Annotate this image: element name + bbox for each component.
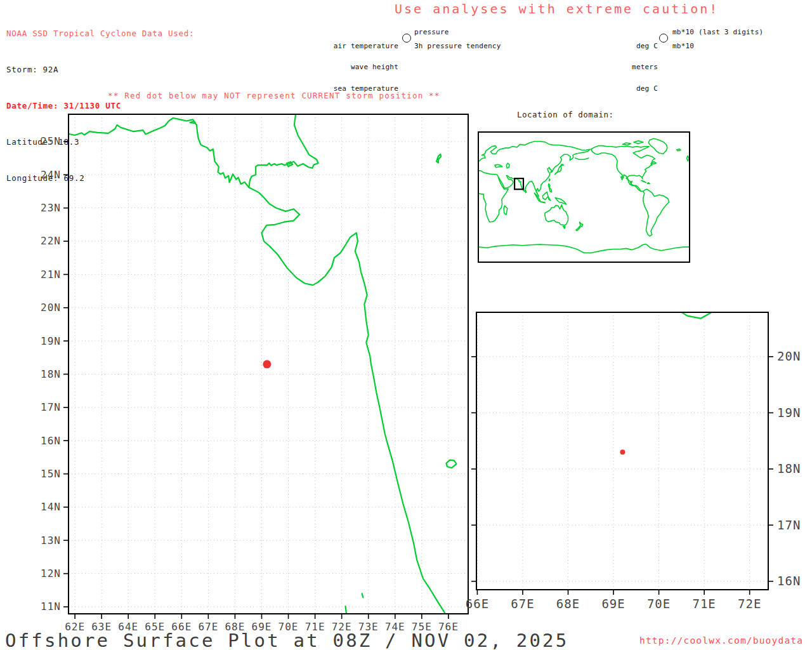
svg-text:67E: 67E xyxy=(511,597,534,611)
svg-text:18N: 18N xyxy=(777,461,801,475)
svg-text:68E: 68E xyxy=(556,597,580,611)
svg-text:72E: 72E xyxy=(738,597,761,611)
svg-text:12N: 12N xyxy=(41,567,61,580)
svg-text:66E: 66E xyxy=(466,597,489,611)
zoom-tick-labels: 66E67E68E69E70E71E72E20N19N18N17N16N xyxy=(466,349,801,611)
svg-text:15N: 15N xyxy=(41,468,61,480)
main-coastlines xyxy=(69,113,457,613)
svg-text:23N: 23N xyxy=(41,202,61,214)
svg-text:18N: 18N xyxy=(41,368,61,380)
maps-canvas: 62E63E64E65E66E67E68E69E70E71E72E73E74E7… xyxy=(0,0,812,650)
world-coastlines xyxy=(478,138,690,253)
zoom-coastlines xyxy=(285,28,812,650)
main-tick-labels: 62E63E64E65E66E67E68E69E70E71E72E73E74E7… xyxy=(41,135,459,633)
svg-text:71E: 71E xyxy=(692,597,716,611)
svg-text:19N: 19N xyxy=(777,406,801,420)
svg-text:69E: 69E xyxy=(601,597,625,611)
svg-text:19N: 19N xyxy=(41,335,61,347)
svg-text:24N: 24N xyxy=(41,169,61,181)
svg-text:22N: 22N xyxy=(41,235,61,247)
svg-text:11N: 11N xyxy=(41,600,61,613)
main-tick-marks xyxy=(63,142,449,619)
svg-text:70E: 70E xyxy=(647,597,671,611)
svg-text:17N: 17N xyxy=(41,401,61,413)
svg-text:25N: 25N xyxy=(41,135,61,147)
source-url: http://coolwx.com/buoydata xyxy=(639,635,803,646)
svg-text:21N: 21N xyxy=(41,269,61,281)
main-map: 62E63E64E65E66E67E68E69E70E71E72E73E74E7… xyxy=(41,113,468,633)
svg-text:14N: 14N xyxy=(41,501,61,513)
zoom-map: 66E67E68E69E70E71E72E20N19N18N17N16N xyxy=(285,28,812,650)
plot-title: Offshore Surface Plot at 08Z / NOV 02, 2… xyxy=(5,630,568,650)
svg-text:16N: 16N xyxy=(41,435,61,447)
svg-text:20N: 20N xyxy=(41,302,61,314)
offshore-surface-plot-page: NOAA SSD Tropical Cyclone Data Used: Sto… xyxy=(0,0,812,650)
zoom-tick-marks xyxy=(471,357,773,595)
main-storm-position-dot xyxy=(263,360,271,368)
svg-text:16N: 16N xyxy=(777,574,801,588)
svg-text:20N: 20N xyxy=(777,349,801,363)
svg-text:17N: 17N xyxy=(777,518,801,532)
world-map xyxy=(478,132,690,262)
zoom-storm-position-dot xyxy=(620,449,625,454)
svg-text:13N: 13N xyxy=(41,534,61,547)
